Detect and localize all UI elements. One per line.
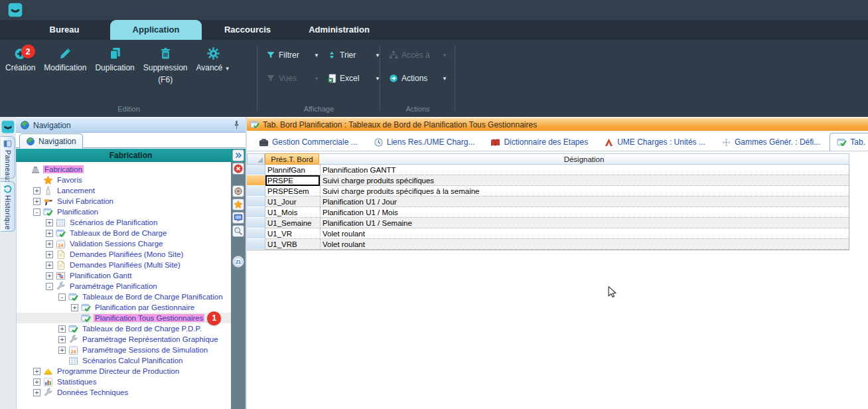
document-tab-gammes-gener-defi[interactable]: Gammes Génér. : Défi... xyxy=(715,133,827,151)
creation-button[interactable]: Création2 xyxy=(4,46,36,72)
tree-item-tableaux-de-bord-de-charge-p-d-p[interactable]: +Tableaux de Bord de Charge P.D.P. xyxy=(17,323,231,334)
tree-item-favoris[interactable]: Favoris xyxy=(17,175,231,185)
tree-item-donnees-techniques[interactable]: +Données Techniques xyxy=(17,387,231,398)
table-row[interactable]: U1_MoisPlanification U1 / Mois xyxy=(248,207,849,218)
excel-button[interactable]: Excel▼ xyxy=(327,74,380,83)
pin-icon[interactable] xyxy=(232,120,242,130)
table-row[interactable]: PlannifGanPlannification GANTT xyxy=(248,165,849,175)
table-corner-cell[interactable] xyxy=(247,153,265,165)
vues-button[interactable]: Vues▼ xyxy=(266,74,319,83)
table-row[interactable]: U1_VRBVolet roulant xyxy=(248,239,849,250)
filtrer-button[interactable]: Filtrer▼ xyxy=(266,50,319,60)
tree-item-programme-directeur-de-production[interactable]: +Programme Directeur de Production xyxy=(17,366,231,376)
chevrons-right-button[interactable] xyxy=(232,149,244,161)
cell-code[interactable]: U1_Jour xyxy=(265,197,320,207)
duplication-button[interactable]: Duplication xyxy=(94,46,135,72)
trier-button[interactable]: Trier▼ xyxy=(327,50,380,60)
tree-collapse-box[interactable]: - xyxy=(33,208,40,216)
tree-item-planification-gantt[interactable]: +Planification Gantt xyxy=(17,270,231,281)
cell-designation[interactable]: Plannification GANTT xyxy=(320,165,849,175)
tree-expand-box[interactable]: + xyxy=(58,336,66,343)
side-tab-historique[interactable]: Historique xyxy=(1,181,15,232)
row-header-cell[interactable] xyxy=(247,175,265,186)
tree-item-tableaux-de-bord-de-charge-planification[interactable]: -Tableaux de Bord de Charge Planificatio… xyxy=(17,291,231,302)
avance-button[interactable]: Avancé ▼ xyxy=(194,46,231,73)
z1-button[interactable]: Z1 xyxy=(232,256,244,268)
acces-a-button[interactable]: Accès à▼ xyxy=(389,50,447,60)
tree-item-demandes-planifiees-multi-site[interactable]: +Demandes Planifiées (Multi Site) xyxy=(17,260,231,270)
ribbon-tab-bureau[interactable]: Bureau xyxy=(19,20,110,40)
tree-item-planification-par-gestionnaire[interactable]: +Planification par Gestionnaire xyxy=(17,302,231,313)
wheel-button[interactable] xyxy=(232,185,244,197)
tree-expand-box[interactable]: + xyxy=(58,325,66,333)
table-row[interactable]: PRSPESuivi charge produits spécifiques xyxy=(248,175,849,186)
tree-item-parametrage-planification[interactable]: -Paramétrage Planification xyxy=(17,281,231,291)
tree-item-planification-tous-gestionnaires[interactable]: Planification Tous Gestionnaires1 xyxy=(17,313,231,323)
row-header-cell[interactable] xyxy=(247,228,265,239)
modification-button[interactable]: Modification xyxy=(42,46,88,72)
row-header-cell[interactable] xyxy=(247,186,265,197)
tree-expand-box[interactable]: + xyxy=(33,198,40,205)
tree-expand-box[interactable]: + xyxy=(33,378,40,386)
cell-designation[interactable]: Planification U1 / Jour xyxy=(320,197,849,207)
tree-expand-box[interactable]: + xyxy=(46,240,53,248)
tree-item-scenarios-de-planification[interactable]: +Scénarios de Planification xyxy=(17,217,231,228)
tree-expand-box[interactable]: + xyxy=(46,251,53,258)
cell-code[interactable]: PRSPESem xyxy=(265,186,320,197)
search-button[interactable] xyxy=(232,225,244,237)
dock-logo-icon[interactable] xyxy=(1,120,15,133)
tree-item-parametrage-representation-graphique[interactable]: +Paramétrage Représentation Graphique xyxy=(17,334,231,345)
cell-code[interactable]: U1_Semaine xyxy=(265,218,320,228)
document-tab-tab-bord-planification[interactable]: Tab. Bord Planification xyxy=(830,133,868,151)
document-tab-dictionnaire-des-etapes[interactable]: Dictionnaire des Etapes xyxy=(484,133,595,151)
row-header-cell[interactable] xyxy=(247,218,265,228)
row-header-cell[interactable] xyxy=(247,197,265,207)
table-row[interactable]: PRSPESemSuivi charge produits spécifique… xyxy=(248,186,849,197)
tree-item-demandes-planifiees-mono-site[interactable]: +Demandes Planifiées (Mono Site) xyxy=(17,249,231,260)
tree-collapse-box[interactable]: - xyxy=(46,283,53,290)
table-row[interactable]: U1_VRVolet roulant xyxy=(248,228,849,239)
tab-navigation[interactable]: Navigation xyxy=(19,133,83,148)
tree-collapse-box[interactable]: - xyxy=(58,293,66,301)
ribbon-tab-application[interactable]: Application xyxy=(110,20,202,40)
tree-expand-box[interactable]: + xyxy=(46,272,53,280)
cell-code[interactable]: U1_Mois xyxy=(265,207,320,218)
tree-item-lancement[interactable]: +Lancement xyxy=(17,185,231,196)
tree-item-planification[interactable]: -Planification xyxy=(17,206,231,217)
tree-item-scenarios-calcul-planification[interactable]: Scénarios Calcul Planification xyxy=(17,355,231,366)
tree-item-validation-sessions-charge[interactable]: +24Validation Sessions Charge xyxy=(17,238,231,249)
tree-expand-box[interactable]: + xyxy=(33,368,40,375)
close-red-button[interactable] xyxy=(232,163,244,175)
document-tab-gestion-commerciale[interactable]: Gestion Commerciale ... xyxy=(252,133,364,151)
cell-code[interactable]: U1_VR xyxy=(265,228,320,239)
screen-button[interactable] xyxy=(232,212,244,224)
row-header-cell[interactable] xyxy=(247,165,265,175)
row-header-cell[interactable] xyxy=(247,207,265,218)
side-tab-panneaux[interactable]: Panneaux xyxy=(1,136,15,179)
tree-expand-box[interactable]: + xyxy=(71,304,78,311)
cell-code[interactable]: PRSPE xyxy=(265,175,320,186)
tree-item-parametrage-sessions-de-simulation[interactable]: +24Paramétrage Sessions de Simulation xyxy=(17,345,231,355)
tree-item-fabrication[interactable]: Fabrication xyxy=(17,164,231,175)
star-button[interactable] xyxy=(232,199,244,210)
cell-designation[interactable]: Volet roulant xyxy=(320,239,849,250)
column-header-designation[interactable]: Désignation xyxy=(319,153,849,165)
document-tab-ume-charges-unites[interactable]: UME Charges : Unités ... xyxy=(597,133,712,151)
document-tab-liens-res-ume-charg[interactable]: Liens Res./UME Charg... xyxy=(367,133,482,151)
tree-expand-box[interactable]: + xyxy=(46,230,53,237)
tree-expand-box[interactable]: + xyxy=(33,389,40,396)
tree-item-suivi-fabrication[interactable]: +Suivi Fabrication xyxy=(17,196,231,206)
cell-code[interactable]: PlannifGan xyxy=(265,165,320,175)
cell-designation[interactable]: Volet roulant xyxy=(320,228,849,239)
tree-item-tableaux-de-bord-de-charge[interactable]: +Tableaux de Bord de Charge xyxy=(17,228,231,238)
cell-code[interactable]: U1_VRB xyxy=(265,239,320,250)
tree-expand-box[interactable]: + xyxy=(46,219,53,226)
cell-designation[interactable]: Suivi charge produits spécifiques à la s… xyxy=(320,186,849,197)
row-header-cell[interactable] xyxy=(247,239,265,250)
tree-expand-box[interactable]: + xyxy=(46,262,53,269)
cell-designation[interactable]: Planification U1 / Semaine xyxy=(320,218,849,228)
cell-designation[interactable]: Planification U1 / Mois xyxy=(320,207,849,218)
ribbon-tab-administration[interactable]: Administration xyxy=(293,20,385,40)
column-header-code[interactable]: Prés.T. Bord xyxy=(265,153,319,165)
table-row[interactable]: U1_SemainePlanification U1 / Semaine xyxy=(248,218,849,228)
